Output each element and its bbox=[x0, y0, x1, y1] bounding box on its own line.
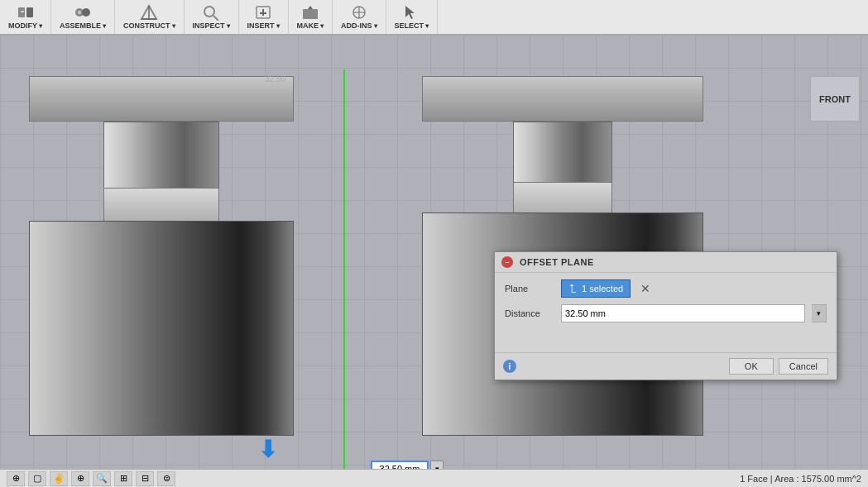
construct-icon bbox=[140, 4, 158, 21]
green-axis-line bbox=[343, 69, 345, 469]
addins-label: ADD-INS▾ bbox=[341, 21, 377, 30]
coord-display: 32.50 bbox=[265, 74, 285, 84]
select-label: SELECT▾ bbox=[395, 21, 429, 30]
tool-btn-display1[interactable]: ⊞ bbox=[114, 471, 132, 486]
svg-marker-15 bbox=[308, 6, 313, 9]
insert-label: INSERT▾ bbox=[247, 21, 280, 30]
dimension-input[interactable] bbox=[371, 461, 429, 469]
dialog-footer: i OK Cancel bbox=[495, 352, 837, 380]
assemble-label: ASSEMBLE▾ bbox=[60, 21, 106, 30]
tool-btn-display3[interactable]: ⊜ bbox=[157, 471, 175, 486]
addins-icon bbox=[350, 4, 368, 21]
tool-btn-pan[interactable]: ⊕ bbox=[7, 471, 25, 486]
select-button[interactable]: SELECT▾ bbox=[390, 2, 434, 33]
statusbar: ⊕ ▢ ✌ ⊕ 🔍 ⊞ ⊟ ⊜ 1 Face | Area : 1575.00 … bbox=[0, 469, 868, 487]
toolbar: MODIFY▾ ASSEMBLE▾ bbox=[0, 0, 868, 35]
modify-label: MODIFY▾ bbox=[8, 21, 42, 30]
make-icon bbox=[301, 4, 319, 21]
svg-point-4 bbox=[82, 8, 90, 17]
cursor-icon: ⮤ bbox=[568, 283, 578, 294]
selected-count-label: 1 selected bbox=[582, 284, 623, 294]
plane-selected-button[interactable]: ⮤ 1 selected bbox=[561, 279, 631, 298]
dimension-input-container: ▾ bbox=[371, 461, 444, 469]
make-button[interactable]: MAKE▾ bbox=[292, 2, 329, 33]
left-model-top bbox=[29, 76, 294, 122]
tool-btn-display2[interactable]: ⊟ bbox=[136, 471, 154, 486]
construct-button[interactable]: CONSTRUCT▾ bbox=[118, 2, 180, 33]
cancel-button[interactable]: Cancel bbox=[779, 358, 828, 375]
make-label: MAKE▾ bbox=[297, 21, 324, 30]
info-button[interactable]: i bbox=[503, 360, 516, 373]
inspect-label: INSPECT▾ bbox=[193, 21, 230, 30]
select-icon bbox=[402, 4, 420, 21]
distance-dropdown-button[interactable]: ▾ bbox=[812, 304, 827, 322]
distance-input[interactable] bbox=[561, 304, 805, 322]
tool-btn-orbit[interactable]: ⊕ bbox=[71, 471, 89, 486]
modify-button[interactable]: MODIFY▾ bbox=[3, 2, 47, 33]
distance-row: Distance ▾ bbox=[505, 304, 827, 322]
svg-line-10 bbox=[213, 16, 218, 21]
assemble-button[interactable]: ASSEMBLE▾ bbox=[55, 2, 111, 33]
plane-label: Plane bbox=[505, 284, 554, 294]
plane-clear-button[interactable]: ✕ bbox=[637, 282, 654, 295]
inspect-button[interactable]: INSPECT▾ bbox=[188, 2, 235, 33]
svg-point-5 bbox=[78, 11, 81, 14]
svg-rect-14 bbox=[303, 9, 318, 19]
view-cube[interactable]: FRONT bbox=[810, 76, 860, 122]
dialog-title-bar: – OFFSET PLANE bbox=[495, 252, 837, 273]
left-model-cap bbox=[103, 188, 219, 222]
svg-point-9 bbox=[204, 7, 214, 17]
direction-arrow: ⬇ bbox=[258, 436, 277, 463]
right-model-cap bbox=[513, 182, 612, 215]
dialog-button-group: OK Cancel bbox=[729, 358, 828, 375]
offset-plane-dialog: – OFFSET PLANE Plane ⮤ 1 selected ✕ Dist… bbox=[494, 251, 837, 380]
inspect-icon bbox=[202, 4, 220, 21]
svg-rect-1 bbox=[26, 7, 33, 17]
svg-rect-2 bbox=[21, 11, 24, 12]
modify-icon bbox=[17, 4, 35, 21]
svg-marker-19 bbox=[405, 6, 415, 19]
dialog-body: Plane ⮤ 1 selected ✕ Distance ▾ bbox=[495, 273, 837, 352]
left-model-body bbox=[29, 221, 294, 436]
tool-btn-zoom-box[interactable]: ▢ bbox=[28, 471, 46, 486]
dialog-close-button[interactable]: – bbox=[501, 256, 513, 268]
viewport[interactable]: 32.50 ⬇ ▾ FRONT – OFFSET PLANE Plane ⮤ 1… bbox=[0, 35, 868, 469]
insert-icon bbox=[254, 4, 272, 21]
right-model-top bbox=[422, 76, 703, 122]
status-text: 1 Face | Area : 1575.00 mm^2 bbox=[740, 474, 861, 484]
assemble-icon bbox=[74, 4, 92, 21]
insert-button[interactable]: INSERT▾ bbox=[242, 2, 285, 33]
dialog-title: OFFSET PLANE bbox=[520, 257, 594, 267]
statusbar-tools: ⊕ ▢ ✌ ⊕ 🔍 ⊞ ⊟ ⊜ bbox=[7, 471, 175, 486]
ok-button[interactable]: OK bbox=[729, 358, 774, 375]
distance-label: Distance bbox=[505, 308, 554, 318]
tool-btn-hand[interactable]: ✌ bbox=[50, 471, 68, 486]
tool-btn-zoom[interactable]: 🔍 bbox=[93, 471, 111, 486]
plane-row: Plane ⮤ 1 selected ✕ bbox=[505, 279, 827, 298]
dimension-dropdown[interactable]: ▾ bbox=[430, 461, 444, 469]
dialog-spacer bbox=[505, 329, 827, 346]
addins-button[interactable]: ADD-INS▾ bbox=[336, 2, 382, 33]
construct-label: CONSTRUCT▾ bbox=[123, 21, 175, 30]
